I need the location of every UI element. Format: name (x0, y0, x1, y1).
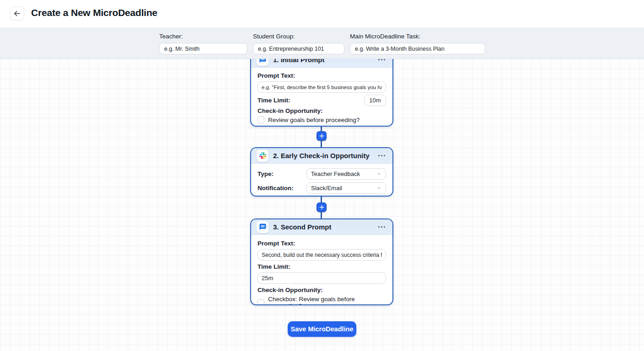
chevron-down-icon (376, 186, 381, 191)
chat-bubble-icon (257, 221, 268, 233)
setup-form-bar: Teacher: Student Group: Main MicroDeadli… (0, 27, 644, 59)
add-step-button-2[interactable] (317, 202, 327, 212)
step-card-early-checkin: 2. Early Check-in Opportunity Type: Teac… (250, 147, 393, 197)
main-task-input[interactable] (350, 43, 485, 54)
step1-prompt-input[interactable] (258, 81, 386, 93)
main-task-label: Main MicroDeadline Task: (350, 33, 485, 40)
step2-type-row: Type: Teacher Feedback (258, 168, 386, 180)
step1-checkbox[interactable] (258, 117, 264, 123)
step2-notification-row: Notification: Slack/Email (258, 182, 386, 194)
step2-menu-ellipsis-icon[interactable] (376, 153, 387, 158)
step3-body: Prompt Text: Time Limit: Check-in Opport… (251, 235, 392, 305)
save-microdeadline-button[interactable]: Save MicroDeadline (288, 321, 356, 337)
step-card-second-prompt: 3. Second Prompt Prompt Text: Time Limit… (250, 218, 393, 305)
step3-prompt-label: Prompt Text: (258, 240, 386, 247)
step1-prompt-label: Prompt Text: (258, 72, 386, 79)
slack-logo-icon (257, 150, 268, 162)
step1-checkbox-label: Review goals before proceeding? (268, 117, 360, 123)
main-task-field-group: Main MicroDeadline Task: (350, 33, 485, 54)
arrow-left-icon (13, 10, 21, 17)
chat-bubble-icon (257, 59, 268, 66)
step1-time-input[interactable] (364, 95, 386, 106)
student-group-field-group: Student Group: (253, 33, 344, 54)
step2-header: 2. Early Check-in Opportunity (251, 148, 392, 164)
step2-type-select[interactable]: Teacher Feedback (306, 168, 386, 180)
step1-body: Prompt Text: Time Limit: Check-in Opport… (251, 68, 392, 127)
plus-icon (319, 133, 325, 139)
step1-menu-ellipsis-icon[interactable] (376, 59, 387, 62)
student-group-input[interactable] (253, 43, 344, 54)
step2-notification-value: Slack/Email (311, 185, 376, 191)
workflow-canvas: 1. Initial Prompt Prompt Text: Time Limi… (0, 59, 644, 351)
chevron-down-icon (376, 171, 381, 176)
step3-prompt-input[interactable] (258, 249, 386, 261)
step1-checkbox-row: Review goals before proceeding? (258, 117, 386, 123)
create-microdeadline-page: Create a New MicroDeadline Teacher: Stud… (0, 0, 644, 351)
step2-type-label: Type: (258, 170, 306, 177)
step1-title: 1. Initial Prompt (273, 59, 325, 64)
step1-time-row: Time Limit: (258, 95, 386, 106)
back-button[interactable] (10, 6, 24, 21)
step3-checkbox-row: Checkbox: Review goals before proceeding… (258, 296, 386, 305)
step2-notification-label: Notification: (258, 185, 306, 191)
step-card-initial-prompt: 1. Initial Prompt Prompt Text: Time Limi… (250, 59, 393, 127)
step2-notification-select[interactable]: Slack/Email (306, 182, 386, 194)
step2-type-value: Teacher Feedback (311, 170, 376, 177)
step1-time-label: Time Limit: (258, 97, 290, 104)
teacher-field-group: Teacher: (159, 33, 247, 54)
step1-header: 1. Initial Prompt (251, 59, 392, 68)
step2-body: Type: Teacher Feedback Notification: Sla… (251, 164, 392, 197)
step3-checkin-label: Check-in Opportunity: (258, 287, 386, 293)
page-title: Create a New MicroDeadline (31, 7, 157, 18)
step2-title: 2. Early Check-in Opportunity (273, 152, 370, 160)
add-step-button-1[interactable] (317, 131, 327, 141)
step3-time-input[interactable] (258, 272, 386, 284)
student-group-label: Student Group: (253, 33, 344, 40)
teacher-label: Teacher: (159, 33, 247, 40)
step3-header: 3. Second Prompt (251, 219, 392, 235)
step1-checkin-label: Check-in Opportunity: (258, 107, 386, 114)
step3-checkbox-label: Checkbox: Review goals before proceeding… (268, 296, 386, 305)
plus-icon (319, 204, 325, 210)
top-header: Create a New MicroDeadline (0, 0, 644, 27)
step3-title: 3. Second Prompt (273, 223, 332, 231)
step3-checkbox[interactable] (258, 299, 264, 306)
step3-menu-ellipsis-icon[interactable] (376, 224, 387, 229)
step3-time-label: Time Limit: (258, 263, 386, 270)
teacher-input[interactable] (159, 43, 247, 54)
